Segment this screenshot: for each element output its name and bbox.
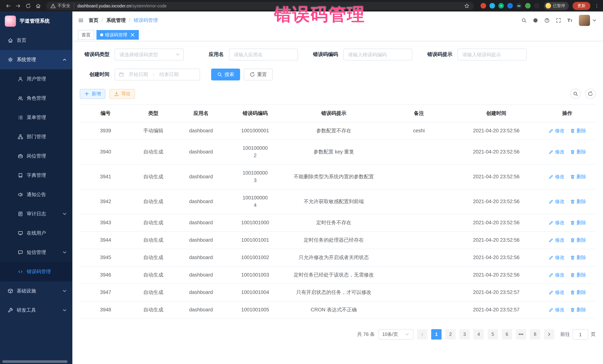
font-size-icon[interactable] bbox=[567, 18, 573, 23]
delete-link[interactable]: 删除 bbox=[570, 289, 586, 296]
sidebar-item[interactable]: 菜单管理 bbox=[0, 108, 72, 127]
browser-menu-icon[interactable]: ⋮ bbox=[594, 3, 599, 9]
sidebar-item[interactable]: 部门管理 bbox=[0, 127, 72, 146]
page-button[interactable]: 4 bbox=[474, 329, 484, 340]
extension-icon[interactable] bbox=[525, 3, 531, 9]
add-button[interactable]: 新增 bbox=[80, 89, 105, 99]
delete-link[interactable]: 删除 bbox=[570, 148, 586, 156]
delete-link[interactable]: 删除 bbox=[570, 198, 586, 205]
address-bar[interactable]: 不安全 dashboard.yudao.iocoder.cn /system/e… bbox=[46, 2, 474, 10]
delete-link[interactable]: 删除 bbox=[570, 219, 586, 226]
user-avatar[interactable] bbox=[579, 15, 597, 26]
sidebar-item[interactable]: 角色管理 bbox=[0, 88, 72, 108]
extension-icon[interactable] bbox=[507, 3, 513, 9]
tab[interactable]: 错误码管理 bbox=[96, 30, 139, 40]
edit-link[interactable]: 修改 bbox=[548, 254, 565, 261]
close-icon[interactable] bbox=[130, 32, 135, 37]
page-button[interactable]: 2 bbox=[445, 329, 456, 340]
page-button[interactable]: 1 bbox=[431, 329, 441, 340]
page-button[interactable]: 6 bbox=[502, 329, 512, 340]
browser-nav-button[interactable] bbox=[4, 1, 12, 10]
delete-link[interactable]: 删除 bbox=[570, 306, 586, 314]
browser-nav-button[interactable] bbox=[14, 1, 22, 10]
export-button[interactable]: 导出 bbox=[109, 89, 135, 99]
sidebar-item[interactable]: 通知公告 bbox=[0, 185, 72, 204]
fullscreen-icon[interactable] bbox=[556, 18, 561, 23]
edit-link[interactable]: 修改 bbox=[548, 306, 565, 314]
extension-icon[interactable]: on bbox=[516, 3, 522, 9]
edit-link[interactable]: 修改 bbox=[548, 236, 565, 244]
cell-type: 手动编辑 bbox=[131, 122, 175, 139]
search-icon[interactable] bbox=[521, 18, 527, 23]
sidebar-scrollbar[interactable] bbox=[2, 360, 68, 363]
extension-icon[interactable]: V bbox=[498, 3, 504, 9]
gear-icon bbox=[8, 57, 13, 62]
page-button[interactable]: ••• bbox=[516, 329, 526, 340]
extension-icon[interactable] bbox=[534, 3, 540, 9]
edit-link[interactable]: 修改 bbox=[548, 271, 565, 279]
date-range-picker[interactable]: 开始日期 - 结束日期 bbox=[115, 69, 200, 80]
breadcrumb-item[interactable]: 首页 bbox=[89, 17, 98, 23]
next-page-button[interactable] bbox=[544, 329, 554, 340]
filter-input[interactable] bbox=[115, 49, 184, 60]
filter-input[interactable] bbox=[458, 49, 527, 60]
sidebar-item[interactable]: 首页 bbox=[0, 31, 72, 50]
edit-link[interactable]: 修改 bbox=[548, 148, 565, 156]
sidebar-item[interactable]: 用户管理 bbox=[0, 69, 72, 88]
bookmark-star-icon[interactable] bbox=[464, 3, 469, 8]
extension-icon[interactable] bbox=[489, 3, 495, 9]
delete-link[interactable]: 删除 bbox=[570, 271, 586, 279]
sidebar-item[interactable]: 错误码管理 bbox=[0, 262, 72, 281]
filter-input[interactable] bbox=[229, 49, 298, 60]
edit-link[interactable]: 修改 bbox=[548, 289, 565, 296]
browser-update-button[interactable]: 更新 bbox=[573, 2, 590, 10]
delete-link[interactable]: 删除 bbox=[570, 236, 586, 244]
delete-link[interactable]: 删除 bbox=[570, 127, 586, 134]
extension-icon[interactable] bbox=[481, 3, 486, 9]
page-size-select[interactable]: 10条/页 bbox=[379, 329, 413, 340]
edit-link[interactable]: 修改 bbox=[548, 127, 565, 134]
page-button[interactable]: 8 bbox=[530, 329, 540, 340]
refresh-table-button[interactable] bbox=[585, 88, 596, 99]
github-icon[interactable] bbox=[533, 18, 538, 23]
sidebar-item[interactable]: 短信管理 bbox=[0, 243, 72, 262]
security-chip[interactable]: 不安全 bbox=[50, 3, 74, 9]
breadcrumb-item[interactable]: 错误码管理 bbox=[134, 17, 158, 23]
cell-remark bbox=[384, 218, 454, 228]
search-button[interactable]: 搜索 bbox=[211, 69, 240, 80]
edit-link[interactable]: 修改 bbox=[548, 173, 565, 180]
cell-app: dashboard bbox=[175, 193, 227, 210]
sidebar-item[interactable]: 系统管理 bbox=[0, 50, 72, 69]
logo-row[interactable]: 芋道管理系统 bbox=[0, 11, 72, 31]
cell-app: dashboard bbox=[175, 284, 227, 301]
code-icon bbox=[18, 269, 23, 274]
page-button[interactable]: 5 bbox=[487, 329, 498, 340]
cell-actions: 修改 删除 bbox=[539, 232, 596, 249]
edit-link[interactable]: 修改 bbox=[548, 198, 565, 205]
page-button[interactable]: 3 bbox=[459, 329, 470, 340]
filter-input[interactable] bbox=[343, 49, 412, 60]
browser-nav-button[interactable] bbox=[24, 1, 32, 10]
delete-link[interactable]: 删除 bbox=[570, 254, 586, 261]
sidebar-item[interactable]: 研发工具 bbox=[0, 301, 72, 320]
browser-nav-button[interactable] bbox=[34, 1, 42, 10]
sidebar-item-label: 部门管理 bbox=[27, 133, 46, 140]
goto-page-input[interactable] bbox=[573, 329, 588, 340]
sidebar-item[interactable]: 基础设施 bbox=[0, 281, 72, 301]
sidebar-item[interactable]: 在线用户 bbox=[0, 223, 72, 243]
edit-link[interactable]: 修改 bbox=[548, 219, 565, 226]
prev-page-button[interactable] bbox=[417, 329, 428, 340]
sidebar-item[interactable]: 字典管理 bbox=[0, 166, 72, 185]
pagination: 共 76 条 10条/页 1 2 3 4 5 bbox=[80, 329, 596, 340]
question-icon[interactable] bbox=[544, 18, 550, 23]
hamburger-icon[interactable] bbox=[78, 18, 83, 23]
delete-link[interactable]: 删除 bbox=[570, 173, 586, 180]
toggle-search-button[interactable] bbox=[570, 88, 581, 99]
profile-paused-badge[interactable]: 已暂停 bbox=[544, 2, 569, 10]
breadcrumb-item[interactable]: 系统管理 bbox=[106, 17, 126, 23]
table-row: 3943 自动生成 dashboard 1001001000 定时任务不存在 2… bbox=[80, 214, 596, 232]
sidebar-item[interactable]: 岗位管理 bbox=[0, 146, 72, 166]
reset-button[interactable]: 重置 bbox=[244, 69, 273, 80]
sidebar-item[interactable]: 审计日志 bbox=[0, 204, 72, 223]
tab[interactable]: 首页 bbox=[78, 30, 94, 40]
